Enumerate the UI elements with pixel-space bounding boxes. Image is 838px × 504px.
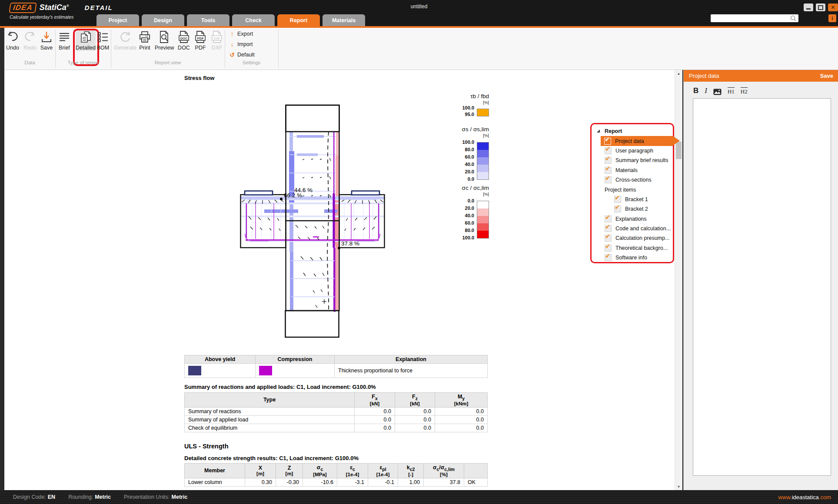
checkbox[interactable]: ✔ [605,235,612,242]
tab-materials[interactable]: Materials [323,14,365,26]
compression-swatch [259,366,272,375]
bom-button[interactable]: BOM [96,30,110,51]
tab-tools[interactable]: Tools [187,14,229,26]
doc-export-button[interactable]: DOC DOC [177,30,190,51]
tab-project[interactable]: Project [96,14,139,26]
tree-item-user-paragraph[interactable]: ✔ User paragraph [592,146,673,156]
search-icon [790,15,796,21]
import-button[interactable]: ↓ Import [229,41,253,48]
svg-text:PDF: PDF [197,36,204,40]
checkbox[interactable]: ✔ [605,147,612,154]
tree-item-code-and-calculation[interactable]: ✔ Code and calculation... [592,224,673,233]
uls-subheading: Detailed concrete strength results: C1, … [184,455,488,461]
col-explanation: Explanation [335,355,488,364]
tie-highlight [324,209,337,213]
tree-item-calculation-presumptions[interactable]: ✔ Calculation presump... [592,233,673,243]
tree-group-project-items: Project items [592,185,673,194]
checkbox[interactable]: ✔ [614,196,621,203]
maximize-icon [818,5,823,10]
col-fz: Fz[kN] [395,393,435,408]
checkbox[interactable]: ✔ [605,167,612,174]
ribbon-group-view: Report view [111,60,225,65]
col-kc2: kc2[-] [398,464,424,478]
stirrup-lines-upper [289,136,336,191]
checkbox[interactable]: ✔ [605,157,612,164]
italic-button[interactable]: I [705,86,707,95]
checkbox[interactable]: ✔ [605,216,612,222]
undo-button[interactable]: Undo [6,30,19,51]
svg-text:DOC: DOC [180,36,188,40]
print-icon [138,30,151,43]
report-scrollbar[interactable]: ▲ ▼ [675,70,682,490]
scroll-down-arrow[interactable]: ▼ [675,483,682,490]
legend-panel: τb / fbd [%] 100.0 95.0 σs / σs,lim [%] … [448,93,489,237]
minimize-button[interactable] [804,3,813,11]
tree-item-summary-brief-results[interactable]: ✔ Summary brief results [592,156,673,165]
project-data-textarea[interactable] [693,98,831,476]
format-toolbar: B I H1 H2 [693,86,748,95]
compression-bars [245,132,380,312]
maximize-button[interactable] [816,3,825,11]
checkbox[interactable]: ✔ [605,176,612,183]
tab-check[interactable]: Check [232,14,275,26]
checkbox[interactable]: ✔ [605,245,612,252]
search-input[interactable] [713,15,790,22]
brand-tagline: Calculate yesterday's estimates [10,14,73,20]
tie-band [240,196,385,199]
generate-icon [119,30,132,43]
redo-button: Redo [23,30,37,51]
bold-button[interactable]: B [693,86,698,95]
info-button[interactable]: i [828,14,836,22]
col-x: X[m] [245,464,276,478]
col-sigma-c: σc[MPa] [303,464,337,478]
preview-button[interactable]: Preview [155,30,174,51]
save-button[interactable]: Save [40,30,53,51]
legend-sigmac-scale: 0.0 20.0 40.0 60.0 80.0 100.0 [448,198,489,237]
tab-design[interactable]: Design [142,14,184,26]
col-z: Z[m] [276,464,303,478]
bom-icon [96,30,110,43]
tree-item-software-info[interactable]: ✔ Software info [592,253,673,262]
print-button[interactable]: Print [138,30,151,51]
insert-image-button[interactable] [713,89,722,95]
tree-item-bracket-2[interactable]: ✔ Bracket 2 [592,204,673,214]
tree-item-materials[interactable]: ✔ Materials [592,166,673,175]
heading1-button[interactable]: H1 [728,87,735,95]
checkbox[interactable]: ✔ [605,225,612,232]
explanation-text: Thickness proportional to force [335,364,488,378]
design-code: Design Code:EN [13,494,55,500]
save-icon [40,30,53,43]
report-canvas[interactable]: Stress flow [4,70,675,490]
generate-button: Generate [114,30,136,51]
pdf-export-button[interactable]: PDF PDF [194,30,207,51]
checkbox[interactable]: ✔ [614,206,621,212]
doc-file-icon: DOC [177,30,190,43]
col-fx: Fx[kN] [355,393,395,408]
website-link[interactable]: www.ideastatica.com [778,494,831,501]
tree-item-theoretical-background[interactable]: ✔ Theoretical backgro... [592,243,673,253]
tree-item-bracket-1[interactable]: ✔ Bracket 1 [592,195,673,204]
stress-flow-title: Stress flow [184,75,214,81]
tab-report[interactable]: Report [277,14,320,26]
checkbox[interactable]: ✔ [605,254,612,261]
export-icon: ↑ [229,30,235,37]
stress-flow-diagram: 44.6 % 66.2 % 37.8 % [187,87,435,348]
tree-item-project-data[interactable]: ✔ Project data [601,136,673,146]
stirrup-highlight [297,153,318,156]
uls-table: Member X[m] Z[m] σc[MPa] εc[1e-4] εpl[1e… [184,463,488,487]
brief-button[interactable]: Brief [58,30,71,51]
export-button[interactable]: ↑ Export [229,30,253,37]
scroll-up-arrow[interactable]: ▲ [675,70,682,77]
close-button[interactable]: ✕ [828,3,838,11]
minimize-icon [806,8,811,10]
heading2-button[interactable]: H2 [741,87,748,95]
flow-legend-table: Above yield Compression Explanation Thic… [184,355,488,378]
detailed-button[interactable]: Detailed [76,30,96,51]
default-button[interactable]: ↺ Default [229,51,255,58]
expander-icon[interactable] [597,129,600,133]
checkbox[interactable]: ✔ [604,138,611,145]
panel-save-button[interactable]: Save [820,73,833,79]
tree-item-cross-sections[interactable]: ✔ Cross-sections [592,175,673,185]
tree-item-explanations[interactable]: ✔ Explanations [592,214,673,224]
tree-root-report[interactable]: Report [592,126,673,136]
